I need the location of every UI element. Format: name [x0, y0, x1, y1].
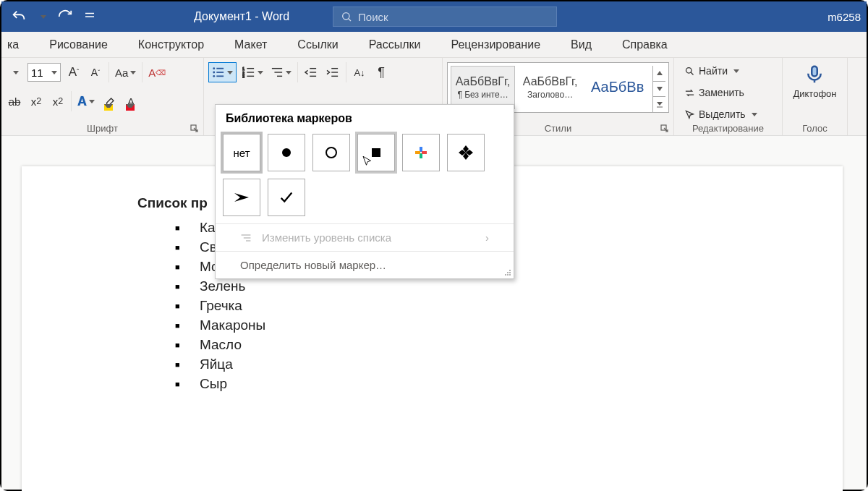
bullet-square[interactable] [357, 134, 395, 171]
font-size-input[interactable]: 11 [27, 63, 61, 82]
highlight-color-button[interactable] [101, 91, 118, 111]
dictate-button[interactable]: Диктофон [791, 62, 838, 99]
chevron-right-icon: › [485, 231, 489, 244]
bullet-disc[interactable] [268, 134, 305, 171]
bullet-popup-title: Библиотека маркеров [216, 105, 514, 131]
svg-point-48 [509, 270, 511, 271]
increase-indent-icon[interactable] [324, 62, 341, 82]
define-new-bullet[interactable]: Определить новый маркер… [216, 251, 514, 278]
svg-rect-39 [415, 151, 420, 154]
list-item: Яйца [175, 356, 727, 372]
styles-scroll-down-icon[interactable] [653, 82, 665, 98]
bullet-arrow[interactable] [223, 179, 260, 216]
svg-point-35 [326, 148, 336, 158]
svg-line-32 [691, 72, 694, 74]
styles-expand-icon[interactable] [653, 97, 665, 112]
tab-mailings[interactable]: Рассылки [367, 35, 422, 54]
svg-point-51 [509, 274, 511, 276]
tab-layout[interactable]: Макет [233, 35, 268, 54]
group-label-voice: Голос [783, 123, 847, 134]
tab-design[interactable]: Конструктор [137, 35, 205, 54]
style-no-spacing[interactable]: АаБбВвГг, ¶ Без инте… [451, 66, 515, 109]
bullet-check[interactable] [268, 179, 305, 216]
bullet-none[interactable]: нет [223, 134, 260, 171]
ribbon-tabs: ка Рисование Конструктор Макет Ссылки Ра… [1, 32, 867, 58]
svg-point-53 [505, 274, 506, 276]
svg-point-49 [509, 272, 511, 273]
svg-rect-40 [422, 151, 427, 154]
replace-icon [684, 87, 695, 98]
document-title: Документ1 - Word [194, 10, 289, 23]
group-label-font: Шрифт [1, 123, 203, 134]
show-marks-icon[interactable]: ¶ [373, 62, 390, 82]
strikethrough-icon[interactable]: ab [6, 91, 23, 111]
find-button[interactable]: Найти [683, 61, 773, 81]
svg-marker-28 [657, 102, 663, 106]
undo-dropdown[interactable] [33, 7, 51, 27]
title-bar: Документ1 - Word Поиск m6258 [1, 1, 867, 32]
group-label-editing: Редактирование [674, 123, 782, 134]
subscript-icon[interactable]: x2 [27, 91, 45, 111]
sort-icon[interactable]: A↓ [351, 62, 368, 82]
bullet-4color[interactable] [402, 134, 440, 171]
bullet-circle[interactable] [312, 134, 350, 171]
tab-cut[interactable]: ка [6, 35, 20, 54]
svg-point-52 [507, 274, 509, 276]
clear-formatting-icon[interactable]: A⌫ [147, 62, 167, 82]
svg-point-50 [507, 272, 509, 273]
font-name-dropdown[interactable] [6, 62, 23, 82]
bullet-library-popup: Библиотека маркеров нет Изменить уровень… [215, 104, 514, 279]
list-item: Сыр [175, 376, 727, 392]
font-size-value: 11 [31, 67, 43, 79]
superscript-icon[interactable]: x2 [49, 91, 67, 111]
style-heading[interactable]: АаБбВвГг, Заголово… [518, 66, 582, 109]
bullets-button[interactable] [208, 62, 237, 82]
tab-view[interactable]: Вид [569, 35, 593, 54]
resize-grip-icon[interactable] [504, 269, 511, 276]
svg-text:3: 3 [242, 74, 244, 78]
search-icon [341, 11, 352, 22]
mouse-cursor-icon [361, 155, 374, 168]
quick-access-customize-icon[interactable] [80, 7, 100, 27]
style-heading2[interactable]: АаБбВв [585, 66, 650, 109]
svg-marker-27 [657, 87, 663, 91]
svg-point-9 [213, 75, 215, 77]
svg-point-7 [213, 72, 215, 74]
cursor-icon [684, 109, 695, 120]
search-placeholder: Поиск [358, 11, 388, 23]
svg-line-3 [349, 19, 351, 21]
svg-marker-26 [657, 71, 663, 75]
tab-review[interactable]: Рецензирование [449, 35, 542, 54]
list-item: Макароны [175, 317, 727, 333]
tab-drawing[interactable]: Рисование [48, 35, 109, 54]
multilevel-list-button[interactable] [269, 62, 293, 82]
microphone-icon [804, 62, 825, 87]
tab-references[interactable]: Ссылки [296, 35, 339, 54]
shrink-font-icon[interactable]: Aˇ [87, 62, 104, 82]
svg-point-34 [282, 148, 291, 157]
text-effects-button[interactable]: A [76, 91, 96, 111]
svg-rect-38 [420, 153, 422, 158]
find-icon [684, 66, 695, 77]
bullet-diamond4[interactable] [447, 134, 485, 171]
svg-point-2 [343, 13, 349, 20]
font-color-button[interactable]: A [122, 91, 140, 111]
change-case-button[interactable]: Aa [114, 62, 137, 82]
decrease-indent-icon[interactable] [302, 62, 320, 82]
font-dialog-launcher-icon[interactable] [190, 123, 200, 133]
user-label[interactable]: m6258 [827, 11, 861, 23]
bullets-icon [212, 67, 225, 78]
styles-dialog-launcher-icon[interactable] [660, 123, 671, 133]
svg-rect-33 [812, 67, 818, 77]
select-button[interactable]: Выделить [683, 104, 773, 124]
grow-font-icon[interactable]: Aˆ [65, 62, 82, 82]
numbering-button[interactable]: 123 [241, 62, 265, 82]
search-input[interactable]: Поиск [333, 7, 557, 27]
undo-icon[interactable] [9, 7, 29, 27]
replace-button[interactable]: Заменить [683, 82, 773, 103]
redo-icon[interactable] [55, 7, 75, 27]
change-level-icon [240, 233, 252, 243]
tab-help[interactable]: Справка [621, 35, 669, 54]
styles-scroll-up-icon[interactable] [653, 66, 665, 82]
numbering-icon: 123 [242, 67, 255, 78]
